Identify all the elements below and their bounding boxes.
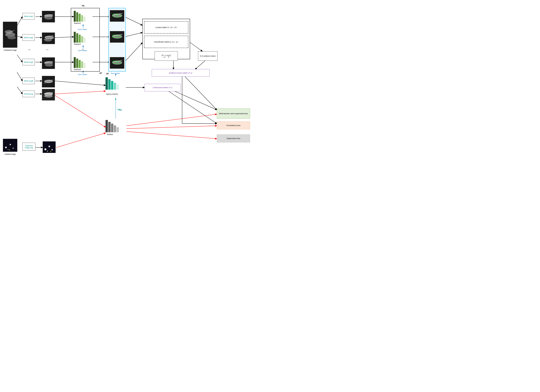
supervise-aug-box: Supervise image aug bbox=[22, 143, 35, 151]
svg-line-4 bbox=[17, 87, 22, 94]
out-img-5-svg bbox=[110, 57, 124, 69]
at-epoch-update: ↑ Epoch update bbox=[110, 73, 120, 74]
labeled-sat-svg bbox=[43, 141, 55, 153]
svg-line-22 bbox=[195, 59, 207, 69]
svg-point-94 bbox=[48, 146, 50, 147]
svg-point-93 bbox=[44, 148, 46, 150]
svg-line-1 bbox=[17, 36, 22, 38]
unlabeled-image-main bbox=[3, 22, 17, 48]
svg-rect-86 bbox=[3, 139, 17, 152]
sat-img-5 bbox=[42, 57, 55, 69]
location-labels-text: Location labels O₁ᵗ O₂ᵗ...O₅ᵗ bbox=[155, 26, 177, 29]
labeled-sat-img bbox=[43, 141, 56, 153]
at-label: AT bbox=[106, 73, 109, 75]
svg-point-55 bbox=[44, 39, 52, 41]
labeled-image-svg bbox=[3, 139, 17, 152]
consistency-loss-box: Consistency loss bbox=[217, 121, 250, 129]
svg-point-44 bbox=[5, 30, 13, 34]
evidence-fusion-labels-box: Evidence fusion labels Oᵗ pᵗ bbox=[152, 69, 210, 77]
svg-line-20 bbox=[189, 42, 202, 51]
svg-line-37 bbox=[126, 126, 217, 129]
teacher1-block: Teacher1 bbox=[74, 11, 85, 22]
sat-img-strong-svg bbox=[42, 89, 55, 101]
svg-line-27 bbox=[55, 81, 105, 85]
labeled-image-label: Labeled image bbox=[1, 153, 20, 155]
supervision-loss-text: Supervision loss bbox=[227, 137, 240, 140]
unlabeled-image-svg bbox=[3, 22, 17, 48]
svg-line-31 bbox=[166, 90, 217, 124]
svg-line-2 bbox=[17, 55, 22, 62]
formula-text: Ot = Σ wiOit i=1 5 bbox=[161, 54, 171, 58]
consistency-loss-text: Consistency loss bbox=[226, 124, 240, 126]
strong-aug-box: Strong aug bbox=[22, 91, 35, 97]
svg-line-35 bbox=[56, 133, 105, 147]
multi-teacher-loss-text: Multi-teacher semi-supervised loss bbox=[219, 112, 248, 115]
student-block: Student bbox=[105, 120, 119, 132]
svg-line-36 bbox=[126, 114, 217, 126]
output-img-1 bbox=[110, 10, 124, 22]
main-diagram: Unlabeled image Weak aug1 Weak aug2 Weak… bbox=[0, 0, 270, 196]
agency-teacher-label: Agency teacher bbox=[104, 93, 120, 95]
evidence-fusion-labels-text: Evidence fusion labels Oᵗ pᵗ bbox=[169, 72, 192, 74]
svg-point-68 bbox=[45, 95, 53, 98]
svg-point-96 bbox=[47, 151, 48, 152]
weak-aug1-box: Weak aug1 bbox=[22, 13, 35, 20]
sat-img-strong bbox=[42, 89, 55, 101]
teacher5-block: Teacher5 bbox=[74, 57, 85, 68]
sat-img-2-svg bbox=[42, 33, 55, 44]
dots-sat: ··· bbox=[46, 48, 48, 51]
out-img-2-svg bbox=[110, 31, 124, 43]
ds-evidence-fusion-text: D-S evidence fusion bbox=[200, 55, 215, 57]
tg-label: TG bbox=[82, 5, 85, 7]
svg-line-3 bbox=[17, 72, 22, 81]
svg-point-89 bbox=[13, 148, 14, 149]
teacher1-label: Teacher1 bbox=[74, 22, 81, 24]
conformance-labels-box: Conformance labels Oᶜ pᶜ bbox=[145, 84, 181, 91]
at-text: AT bbox=[100, 72, 102, 74]
sat-img-1-svg bbox=[42, 11, 55, 22]
svg-line-38 bbox=[126, 131, 217, 139]
ds-evidence-fusion-box: D-S evidence fusion bbox=[198, 51, 218, 61]
sat-img-6 bbox=[42, 76, 55, 87]
svg-line-16 bbox=[124, 17, 142, 25]
svg-line-0 bbox=[17, 17, 22, 26]
epoch-update-5: Epoch update bbox=[78, 74, 87, 75]
sat-img-2 bbox=[42, 33, 55, 44]
formula-box: Ot = Σ wiOit i=1 5 bbox=[155, 51, 178, 61]
svg-line-33 bbox=[55, 95, 105, 127]
teacher2-label: Teacher2 bbox=[74, 43, 81, 45]
svg-point-90 bbox=[8, 149, 9, 150]
svg-line-17 bbox=[124, 33, 142, 37]
svg-point-60 bbox=[45, 64, 53, 66]
svg-point-45 bbox=[7, 36, 16, 39]
svg-point-91 bbox=[9, 150, 10, 151]
svg-point-97 bbox=[50, 151, 51, 152]
unlabeled-image-label: Unlabeled image bbox=[1, 49, 20, 51]
sat-img-1 bbox=[42, 11, 55, 22]
sat-img-5-svg bbox=[42, 57, 55, 69]
teacher5-label: Teacher5 bbox=[74, 69, 81, 70]
sat-img-6-svg bbox=[42, 76, 55, 87]
svg-point-95 bbox=[51, 149, 53, 151]
location-labels-box: Location labels O₁ᵗ O₂ᵗ...O₅ᵗ bbox=[144, 21, 188, 34]
svg-line-28 bbox=[55, 91, 105, 94]
weak-aug6-box: Weak aug6 bbox=[22, 78, 35, 84]
teacher2-block: Teacher2 bbox=[74, 32, 85, 43]
student-label: Student bbox=[107, 133, 113, 136]
svg-point-88 bbox=[10, 144, 11, 145]
svg-line-23 bbox=[185, 77, 217, 110]
output-img-2 bbox=[110, 31, 124, 43]
epoch-update-2: Epoch update bbox=[78, 50, 87, 51]
output-img-5 bbox=[110, 57, 124, 69]
agency-teacher-block: Agency teacher bbox=[105, 77, 119, 90]
ema-text: EMA bbox=[119, 109, 122, 111]
out-img-1-svg bbox=[110, 10, 124, 22]
supervise-aug-text: Supervise image aug bbox=[23, 145, 35, 149]
supervision-loss-box: Supervision loss bbox=[217, 134, 250, 142]
classification-labels-text: Classification labels p₁ᵗ p₂ᵗ...p₅ᵗ bbox=[154, 41, 178, 43]
svg-line-18 bbox=[124, 43, 142, 62]
dots-aug: ··· bbox=[28, 48, 30, 51]
classification-labels-box: Classification labels p₁ᵗ p₂ᵗ...p₅ᵗ bbox=[144, 36, 188, 48]
epoch-update-1: Epoch update bbox=[78, 29, 87, 30]
arrows-overlay bbox=[0, 0, 270, 196]
